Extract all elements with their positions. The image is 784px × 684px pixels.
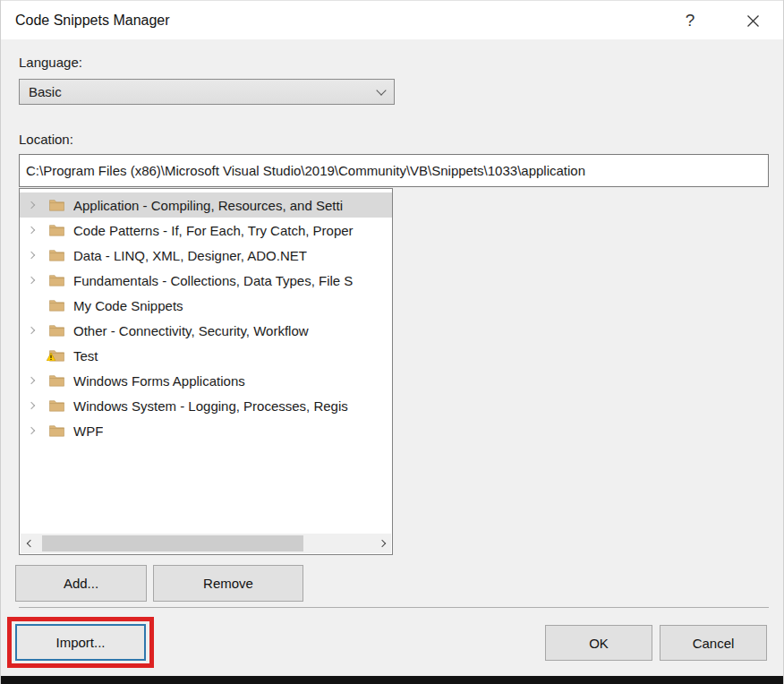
- tree-item[interactable]: Data - LINQ, XML, Designer, ADO.NET: [20, 243, 392, 268]
- tree-item[interactable]: Windows System - Logging, Processes, Reg…: [20, 393, 392, 418]
- expand-button[interactable]: [26, 252, 37, 258]
- language-dropdown-value: Basic: [29, 84, 378, 99]
- chevron-right-icon: [28, 252, 35, 259]
- screen-edge-strip: [1, 676, 783, 684]
- language-label: Language:: [19, 55, 82, 70]
- location-path-field[interactable]: C:\Program Files (x86)\Microsoft Visual …: [19, 154, 769, 187]
- tree-item-label: Windows Forms Applications: [73, 373, 245, 389]
- cancel-button[interactable]: Cancel: [660, 625, 767, 661]
- language-dropdown[interactable]: Basic: [19, 79, 395, 105]
- scroll-left-button[interactable]: [21, 534, 39, 553]
- expand-button[interactable]: [26, 202, 37, 208]
- tree-rows: Application - Compiling, Resources, and …: [20, 192, 392, 443]
- help-button[interactable]: ?: [672, 1, 708, 40]
- scroll-left-icon: [26, 540, 33, 547]
- expand-button[interactable]: [26, 353, 37, 358]
- chevron-right-icon: [28, 427, 35, 434]
- close-icon: [746, 14, 760, 28]
- tree-item-label: Fundamentals - Collections, Data Types, …: [73, 273, 353, 288]
- folder-icon: [49, 249, 64, 261]
- code-snippets-manager-dialog: Code Snippets Manager ? Language: Basic …: [0, 0, 784, 684]
- chevron-right-icon: [28, 277, 35, 284]
- chevron-right-icon: [28, 327, 35, 334]
- chevron-down-icon: [376, 85, 386, 95]
- tree-item[interactable]: Application - Compiling, Resources, and …: [20, 192, 392, 218]
- chevron-right-icon: [28, 402, 35, 409]
- scroll-right-icon: [378, 540, 385, 547]
- scroll-right-button[interactable]: [372, 534, 391, 553]
- expand-button[interactable]: [26, 303, 37, 308]
- tree-item[interactable]: WPF: [20, 418, 392, 443]
- folder-icon: [49, 349, 64, 362]
- tree-item[interactable]: Test: [20, 343, 392, 368]
- expand-button[interactable]: [26, 227, 37, 233]
- expand-button[interactable]: [26, 378, 37, 383]
- folder-icon: [49, 299, 64, 312]
- tree-item[interactable]: My Code Snippets: [20, 293, 392, 318]
- titlebar: Code Snippets Manager ?: [1, 0, 783, 39]
- tree-item-label: Other - Connectivity, Security, Workflow: [73, 323, 309, 338]
- warning-icon: [47, 348, 55, 364]
- tree-item-label: Test: [73, 348, 98, 363]
- snippet-folder-tree: Application - Compiling, Resources, and …: [19, 188, 393, 555]
- chevron-right-icon: [28, 377, 35, 384]
- scrollbar-thumb[interactable]: [42, 535, 303, 551]
- folder-icon: [49, 424, 64, 437]
- ok-button[interactable]: OK: [545, 625, 652, 661]
- tree-item-label: WPF: [73, 423, 103, 439]
- tree-item[interactable]: Code Patterns - If, For Each, Try Catch,…: [20, 218, 392, 243]
- expand-button[interactable]: [26, 328, 37, 333]
- folder-icon: [49, 224, 64, 236]
- add-button[interactable]: Add...: [15, 565, 147, 602]
- cancel-button-label: Cancel: [693, 636, 735, 651]
- close-button[interactable]: [735, 1, 771, 40]
- folder-icon: [49, 374, 64, 387]
- horizontal-scrollbar[interactable]: [21, 534, 391, 553]
- import-button[interactable]: Import...: [15, 624, 146, 661]
- chevron-right-icon: [28, 201, 35, 209]
- folder-icon: [49, 199, 64, 211]
- tree-item-label: Application - Compiling, Resources, and …: [73, 198, 343, 213]
- remove-button[interactable]: Remove: [153, 565, 303, 602]
- expand-button[interactable]: [26, 403, 37, 408]
- expand-button[interactable]: [26, 428, 37, 433]
- add-button-label: Add...: [64, 576, 98, 591]
- folder-icon: [49, 399, 64, 412]
- dialog-title: Code Snippets Manager: [15, 1, 170, 40]
- location-label: Location:: [19, 132, 73, 147]
- tree-item-label: Data - LINQ, XML, Designer, ADO.NET: [73, 248, 307, 263]
- chevron-right-icon: [28, 227, 35, 234]
- scrollbar-track[interactable]: [39, 534, 372, 553]
- tree-item-label: My Code Snippets: [73, 298, 183, 313]
- folder-icon: [49, 274, 64, 286]
- import-button-label: Import...: [55, 635, 105, 650]
- tree-item[interactable]: Fundamentals - Collections, Data Types, …: [20, 268, 392, 293]
- location-path-value: C:\Program Files (x86)\Microsoft Visual …: [26, 163, 585, 178]
- footer-divider: [19, 607, 769, 608]
- folder-icon: [49, 324, 64, 337]
- remove-button-label: Remove: [203, 576, 253, 591]
- tree-item-label: Windows System - Logging, Processes, Reg…: [73, 398, 348, 414]
- ok-button-label: OK: [589, 636, 609, 651]
- tree-item[interactable]: Other - Connectivity, Security, Workflow: [20, 318, 392, 343]
- expand-button[interactable]: [26, 278, 37, 283]
- tree-item-label: Code Patterns - If, For Each, Try Catch,…: [73, 223, 354, 238]
- help-icon: ?: [686, 11, 695, 30]
- tree-item[interactable]: Windows Forms Applications: [20, 368, 392, 393]
